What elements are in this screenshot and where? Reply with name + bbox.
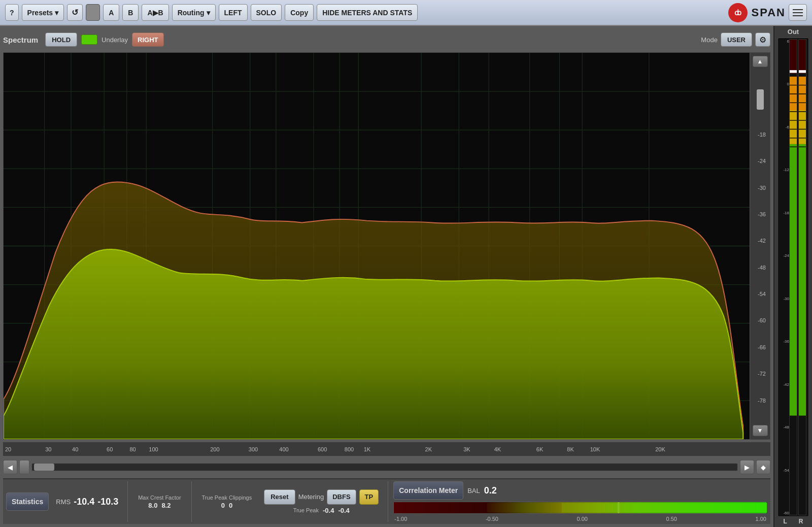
db-label-66: -66 [752, 344, 768, 350]
bal-label: BAL [467, 487, 480, 495]
metering-section: Reset Metering DBFS TP True Peak -0.4 -0… [264, 481, 379, 522]
green-indicator[interactable] [81, 35, 97, 45]
logo-symbol: ȸ [734, 9, 741, 17]
svg-rect-35 [790, 76, 797, 110]
right-button[interactable]: RIGHT [132, 32, 163, 47]
statistics-section: Statistics [6, 481, 49, 522]
db-label-42: -42 [752, 238, 768, 244]
crest-l-value: 8.0 [148, 502, 157, 509]
refresh-button[interactable]: ↺ [67, 4, 83, 21]
vu-scale-n42: -42 [783, 382, 789, 387]
tp-button[interactable]: TP [359, 489, 379, 505]
hamburger-line-1 [793, 9, 803, 10]
freq-200: 200 [210, 446, 219, 452]
nav-right-button[interactable]: ▶ [740, 460, 754, 474]
right-panel: Out 6 0 -6 -12 -18 -24 -30 -36 -42 -48 -… [773, 26, 812, 527]
freq-400: 400 [279, 446, 288, 452]
nav-scroll-track[interactable] [31, 463, 738, 471]
freq-80: 80 [129, 446, 136, 452]
user-mode-button[interactable]: USER [721, 32, 752, 47]
correlation-header: Correlation Meter BAL 0.2 [393, 481, 767, 500]
corr-axis-0: 0.00 [577, 516, 588, 522]
freq-600: 600 [318, 446, 327, 452]
ab-button[interactable]: A▶B [142, 4, 168, 21]
gray-indicator[interactable] [86, 4, 100, 21]
db-scroll-up[interactable]: ▲ [753, 56, 768, 67]
correlation-label: Correlation Meter [393, 481, 463, 500]
svg-rect-32 [394, 502, 767, 513]
true-peak-r-value: -0.4 [338, 507, 349, 514]
routing-chevron-icon: ▾ [207, 9, 210, 17]
out-label: Out [788, 28, 799, 36]
db-label-30: -30 [752, 185, 768, 191]
corr-axis-p50: 0.50 [666, 516, 677, 522]
vu-scale-n36: -36 [783, 339, 789, 344]
dbfs-button[interactable]: DBFS [327, 489, 356, 505]
routing-label: Routing [178, 9, 205, 17]
svg-rect-53 [799, 416, 806, 515]
rms-l-value: -10.4 [74, 497, 94, 507]
freq-1k: 1K [364, 446, 370, 452]
svg-rect-34 [790, 70, 797, 73]
spectrum-svg [4, 53, 750, 439]
underlay-label: Underlay [101, 36, 128, 44]
hide-meters-button[interactable]: HIDE METERS AND STATS [317, 4, 418, 21]
svg-rect-37 [790, 144, 797, 416]
metering-row: Reset Metering DBFS TP [264, 489, 379, 505]
crest-section: Max Crest Factor 8.0 8.2 [133, 481, 186, 522]
frequency-axis: 20 30 40 60 80 100 200 300 400 600 800 1… [3, 442, 770, 456]
vu-scale-n12: -12 [783, 168, 789, 172]
db-label-60: -60 [752, 317, 768, 323]
true-peak-label: True Peak [293, 507, 319, 513]
svg-rect-49 [799, 70, 806, 73]
copy-button[interactable]: Copy [285, 4, 314, 21]
clippings-section: True Peak Clippings 0 0 [197, 481, 257, 522]
spectrum-title: Spectrum [3, 36, 38, 44]
true-peak-l-value: -0.4 [323, 507, 334, 514]
clippings-label: True Peak Clippings [202, 495, 252, 501]
nav-left-button[interactable]: ◀ [3, 460, 17, 474]
db-label-72: -72 [752, 371, 768, 377]
vu-scale-n30: -30 [783, 297, 789, 301]
db-scroll-down[interactable]: ▼ [753, 425, 768, 436]
rms-label: RMS [56, 498, 71, 506]
rms-r-value: -10.3 [97, 497, 118, 507]
nav-diamond-button[interactable]: ◆ [756, 460, 770, 474]
db-scroll-thumb[interactable] [757, 89, 764, 110]
nav-small-button[interactable] [19, 460, 29, 474]
svg-rect-51 [799, 110, 806, 144]
metering-label: Metering [298, 493, 324, 501]
nav-row: ◀ ▶ ◆ [3, 458, 770, 476]
menu-button[interactable] [789, 4, 807, 21]
lr-labels: L R [777, 518, 809, 525]
stats-divider-3 [388, 481, 388, 522]
toolbar: ? Presets ▾ ↺ A B A▶B Routing ▾ LEFT SOL… [0, 0, 812, 26]
gear-button[interactable]: ⚙ [755, 32, 770, 47]
stats-divider-2 [191, 481, 192, 522]
solo-button[interactable]: SOLO [251, 4, 282, 21]
freq-10k: 10K [590, 446, 600, 452]
vu-scale-n24: -24 [783, 253, 789, 258]
vu-meter: 6 0 -6 -12 -18 -24 -30 -36 -42 -48 -54 -… [777, 38, 809, 517]
mode-label: Mode [701, 36, 718, 44]
left-button[interactable]: LEFT [219, 4, 248, 21]
help-button[interactable]: ? [5, 4, 19, 21]
spectrum-display[interactable]: ▲ -18 -24 -30 -36 -42 -48 -54 -60 -66 -7… [3, 52, 770, 440]
db-label-48: -48 [752, 265, 768, 271]
hold-button[interactable]: HOLD [45, 32, 77, 47]
presets-chevron-icon: ▾ [55, 9, 58, 17]
presets-button[interactable]: Presets ▾ [22, 4, 64, 21]
db-label-78: -78 [752, 398, 768, 404]
vu-l-channel [789, 39, 797, 515]
b-button[interactable]: B [122, 4, 139, 21]
nav-scroll-thumb [34, 464, 54, 471]
reset-button[interactable]: Reset [264, 489, 295, 505]
clippings-l-value: 0 [221, 502, 225, 509]
vu-scale-n48: -48 [783, 425, 789, 430]
a-button[interactable]: A [103, 4, 119, 21]
mode-area: Mode USER ⚙ [701, 32, 770, 47]
db-scale: ▲ -18 -24 -30 -36 -42 -48 -54 -60 -66 -7… [750, 53, 770, 439]
freq-40: 40 [72, 446, 78, 452]
hamburger-line-3 [793, 15, 803, 16]
routing-button[interactable]: Routing ▾ [172, 4, 216, 21]
